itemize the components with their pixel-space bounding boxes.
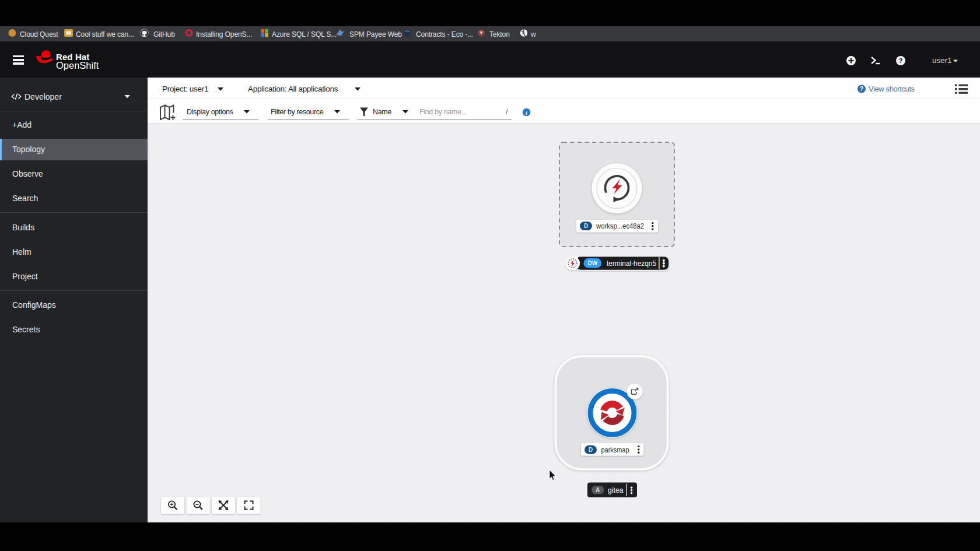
- svg-text:D: D: [584, 223, 588, 229]
- svg-text:worksp...ec48a2: worksp...ec48a2: [596, 222, 644, 230]
- svg-text:DW: DW: [587, 260, 597, 266]
- svg-text:terminal-hezqn5: terminal-hezqn5: [607, 259, 656, 268]
- svg-text:D: D: [589, 447, 593, 453]
- svg-text:gitea: gitea: [608, 486, 624, 494]
- svg-text:parksmap: parksmap: [601, 445, 629, 454]
- svg-text:A: A: [596, 487, 600, 493]
